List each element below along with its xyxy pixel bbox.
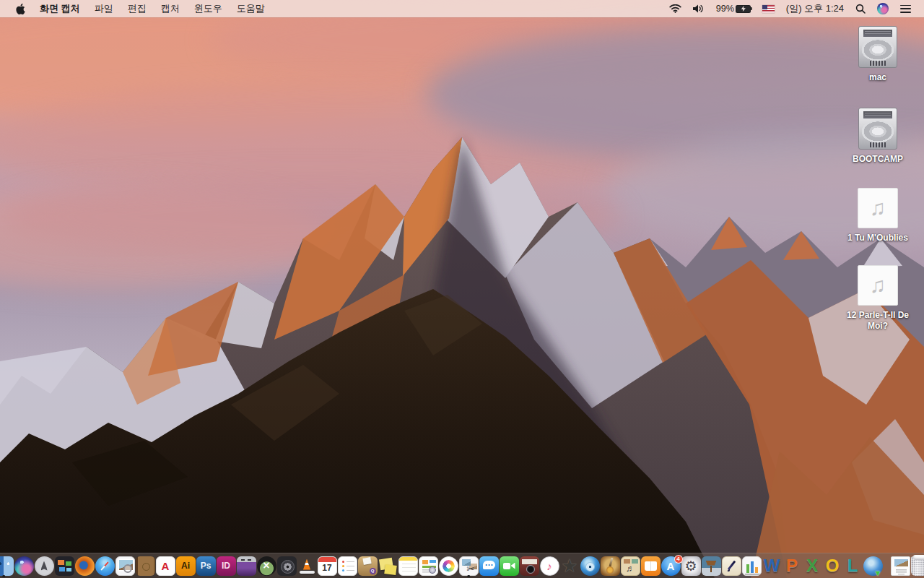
messages-dock-icon[interactable] xyxy=(479,553,499,578)
battery-charging-icon xyxy=(736,5,751,13)
desktop-wallpaper xyxy=(0,0,924,578)
app-store-dock-icon[interactable]: A4 xyxy=(661,553,681,578)
word-dock-icon[interactable]: W xyxy=(762,553,782,578)
image-viewer-dock-icon[interactable]: × xyxy=(256,553,276,578)
system-preferences-dock-icon[interactable]: ⚙ xyxy=(681,553,701,578)
dock-apps: A Ai Ps ID × xyxy=(0,553,883,578)
keynote-dock-icon[interactable] xyxy=(701,553,721,578)
menubar-menus: 파일편집캡처윈도우도움말 xyxy=(87,0,272,17)
trash-dock-icon[interactable] xyxy=(910,553,924,578)
menubar-clock[interactable]: (일) 오후 1:24 xyxy=(780,2,850,15)
lync-dock-icon[interactable]: L xyxy=(842,553,863,578)
acrobat-reader-dock-icon[interactable]: A xyxy=(155,553,175,578)
apple-menu-icon[interactable] xyxy=(9,0,32,17)
indesign-dock-icon[interactable]: ID xyxy=(216,553,236,578)
outlook-dock-icon[interactable]: O xyxy=(822,553,842,578)
powerpoint-dock-icon[interactable]: P xyxy=(782,553,802,578)
battery-status[interactable]: 99% xyxy=(710,0,757,17)
layout-doc-dock-icon[interactable] xyxy=(418,553,438,578)
safari-dock-icon[interactable] xyxy=(95,553,115,578)
input-source-flag[interactable] xyxy=(757,0,780,17)
file-icon-label: BOOTCAMP xyxy=(853,154,903,165)
itunes-dock-icon[interactable]: ♪ xyxy=(539,553,559,578)
finder-dock-icon[interactable] xyxy=(0,553,14,578)
stickies-dock-icon[interactable] xyxy=(378,553,398,578)
calendar-dock-icon[interactable]: 17 xyxy=(317,553,337,578)
dvd-player-dock-icon[interactable] xyxy=(580,553,600,578)
file-icon-label: 12 Parle-T-Il De Moi? xyxy=(840,310,915,332)
facetime-dock-icon[interactable] xyxy=(499,553,519,578)
launchpad-dock-icon[interactable] xyxy=(34,553,54,578)
spotlight-search-icon[interactable] xyxy=(850,0,871,17)
journal-book-dock-icon[interactable] xyxy=(135,553,155,578)
pages-dock-icon[interactable] xyxy=(721,553,741,578)
file-icon-label: 1 Tu M'Oublies xyxy=(847,233,908,243)
menu-item[interactable]: 윈도우 xyxy=(187,0,230,17)
active-app-menu[interactable]: 화면 캡처 xyxy=(32,2,87,15)
reminders-dock-icon[interactable] xyxy=(337,553,357,578)
file-icon-graphic xyxy=(858,265,898,306)
photoshop-dock-icon[interactable]: Ps xyxy=(196,553,216,578)
imovie-dock-icon[interactable]: ★ xyxy=(559,553,580,578)
mac-drive-icon[interactable]: mac xyxy=(840,26,915,83)
dock: A Ai Ps ID × xyxy=(0,553,924,578)
music-file-icon-1[interactable]: 1 Tu M'Oublies xyxy=(840,188,915,243)
battery-percent-label: 99% xyxy=(716,4,736,14)
menu-bar: 화면 캡처 파일편집캡처윈도우도움말 99% (일) 오후 1:24 xyxy=(0,0,924,17)
menu-item[interactable]: 캡처 xyxy=(154,0,187,17)
menu-item[interactable]: 파일 xyxy=(87,0,121,17)
film-reel-dock-icon[interactable] xyxy=(276,553,297,578)
drop-box-dock-icon[interactable] xyxy=(357,553,378,578)
mission-control-dock-icon[interactable] xyxy=(54,553,74,578)
file-icon-label: mac xyxy=(869,72,886,83)
excel-dock-icon[interactable]: X xyxy=(802,553,822,578)
siri-menubar-icon[interactable] xyxy=(871,0,894,17)
garageband-dock-icon[interactable] xyxy=(600,553,620,578)
us-flag-icon xyxy=(762,5,775,13)
grab-screen-capture-dock-icon[interactable]: ✂ xyxy=(458,553,479,578)
file-icon-graphic xyxy=(858,188,898,228)
notification-center-icon[interactable] xyxy=(894,0,917,17)
notification-badge: 4 xyxy=(674,555,683,564)
download-globe-dock-icon[interactable] xyxy=(863,553,883,578)
document-dock-icon[interactable] xyxy=(890,553,910,578)
desktop-icon-column: mac BOOTCAMP 1 Tu M'Oublies 12 Parle-T-I… xyxy=(840,26,915,353)
preview-dock-icon[interactable] xyxy=(115,553,135,578)
photos-dock-icon[interactable] xyxy=(438,553,458,578)
music-file-icon-2[interactable]: 12 Parle-T-Il De Moi? xyxy=(840,265,915,332)
firefox-dock-icon[interactable] xyxy=(74,553,95,578)
bootcamp-drive-icon[interactable]: BOOTCAMP xyxy=(840,108,915,165)
numbers-dock-icon[interactable] xyxy=(741,553,762,578)
file-icon-graphic xyxy=(858,108,897,150)
file-icon-graphic xyxy=(858,26,897,68)
wifi-icon[interactable] xyxy=(663,0,687,17)
illustrator-dock-icon[interactable]: Ai xyxy=(175,553,196,578)
vlc-dock-icon[interactable] xyxy=(297,553,317,578)
volume-icon[interactable] xyxy=(687,0,710,17)
menu-item[interactable]: 도움말 xyxy=(230,0,272,17)
notes-dock-icon[interactable] xyxy=(398,553,418,578)
menu-item[interactable]: 편집 xyxy=(121,0,154,17)
siri-dock-icon[interactable] xyxy=(14,553,34,578)
dock-extras xyxy=(890,553,924,578)
photo-booth-dock-icon[interactable] xyxy=(519,553,539,578)
sheet-music-dock-icon[interactable]: ♬ xyxy=(620,553,640,578)
toast-dock-icon[interactable] xyxy=(236,553,256,578)
ibooks-dock-icon[interactable] xyxy=(640,553,661,578)
